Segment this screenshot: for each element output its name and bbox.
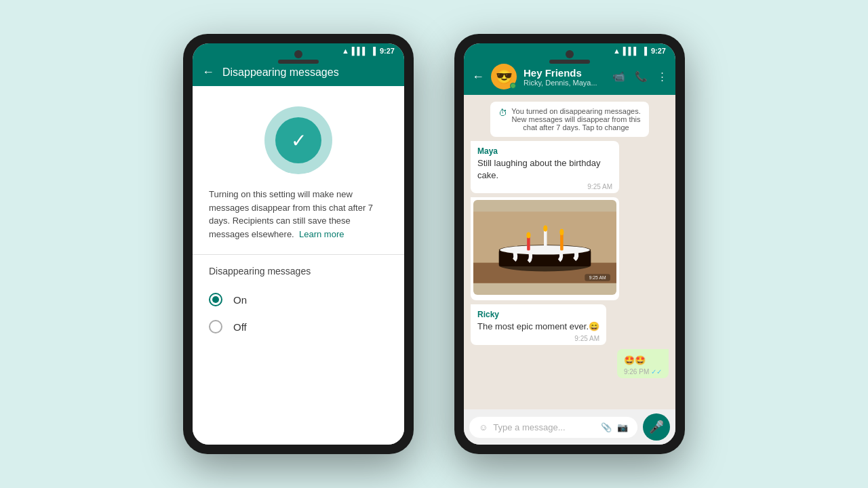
phone-2: ▲ ▌▌▌ ▐ 9:27 ← 😎 Hey Friends Ricky, Denn… [454, 34, 685, 454]
svg-rect-7 [544, 230, 547, 250]
message-maya-image: 9:25 AM [471, 197, 619, 300]
radio-on-label: On [233, 294, 247, 306]
appbar-title-1: Disappearing messages [222, 66, 395, 79]
group-members: Ricky, Dennis, Maya... [524, 79, 606, 87]
bubble-ricky: Ricky The most epic moment ever.😄 9:25 A… [471, 304, 606, 344]
group-name: Hey Friends [524, 67, 606, 79]
phone-camera-2 [566, 50, 574, 58]
online-indicator [510, 83, 516, 89]
svg-rect-8 [560, 233, 564, 251]
status-time-1: 9:27 [380, 47, 395, 55]
svg-point-9 [526, 232, 530, 239]
input-placeholder[interactable]: Type a message... [493, 422, 595, 432]
bubble-sent: 🤩🤩 9:26 PM ✓✓ [617, 349, 669, 378]
sender-maya: Maya [477, 146, 612, 156]
phone-call-icon[interactable]: 📞 [635, 70, 648, 83]
phone-2-screen: ▲ ▌▌▌ ▐ 9:27 ← 😎 Hey Friends Ricky, Denn… [464, 43, 675, 445]
read-ticks: ✓✓ [651, 368, 662, 375]
phone-1-screen: ▲ ▌▌▌ ▐ 9:27 ← Disappearing messages ✓ [193, 43, 404, 445]
ricky-time: 9:25 AM [477, 335, 599, 342]
message-ricky: Ricky The most epic moment ever.😄 9:25 A… [471, 304, 606, 344]
wifi-icon: ▲ [342, 47, 349, 55]
phone-speaker-2 [549, 60, 590, 64]
divider-1 [193, 254, 404, 255]
description-text: Turning on this setting will make new me… [209, 189, 373, 239]
video-call-icon[interactable]: 📹 [612, 70, 625, 83]
phone-1: ▲ ▌▌▌ ▐ 9:27 ← Disappearing messages ✓ [183, 34, 414, 454]
description-section: Turning on this setting will make new me… [193, 188, 404, 254]
emoji-icon[interactable]: ☺ [479, 422, 488, 432]
radio-off-label: Off [233, 321, 247, 333]
ricky-text: The most epic moment ever.😄 [477, 321, 599, 333]
attach-icon[interactable]: 📎 [601, 422, 612, 432]
avatar-emoji: 😎 [496, 68, 513, 85]
chat-header: ← 😎 Hey Friends Ricky, Dennis, Maya... 📹… [464, 58, 675, 95]
svg-rect-6 [527, 237, 530, 251]
battery-icon: ▐ [370, 47, 376, 55]
svg-point-10 [543, 226, 547, 232]
mic-button[interactable]: 🎤 [643, 413, 670, 441]
cake-svg: 9:25 AM [473, 200, 616, 295]
svg-text:9:25 AM: 9:25 AM [589, 276, 606, 281]
sent-time: 9:26 PM ✓✓ [624, 368, 662, 375]
more-options-icon[interactable]: ⋮ [657, 70, 667, 83]
signal-icon: ▌▌▌ [352, 47, 368, 55]
status-time-2: 9:27 [651, 47, 666, 55]
checkmark-icon: ✓ [275, 117, 321, 163]
sent-text: 🤩🤩 [624, 354, 662, 367]
phone-camera [294, 50, 302, 58]
icon-section: ✓ [193, 86, 404, 188]
system-message[interactable]: ⏱ You turned on disappearing messages. N… [490, 102, 649, 137]
birthday-cake-image: 9:25 AM [473, 200, 616, 295]
bubble-maya-text: Maya Still laughing about the birthday c… [471, 141, 619, 193]
disappearing-section-label: Disappearing messages [193, 266, 404, 286]
message-maya-text: Maya Still laughing about the birthday c… [471, 141, 619, 193]
radio-on-circle[interactable] [209, 293, 222, 306]
group-avatar: 😎 [491, 64, 517, 89]
sender-ricky: Ricky [477, 310, 599, 319]
learn-more-link[interactable]: Learn more [299, 229, 344, 239]
bubble-maya-image: 9:25 AM [471, 197, 619, 300]
back-button-1[interactable]: ← [202, 65, 214, 79]
battery-icon-2: ▐ [642, 47, 647, 55]
camera-icon[interactable]: 📷 [617, 422, 628, 432]
message-input[interactable]: ☺ Type a message... 📎 📷 [469, 417, 637, 438]
chat-header-info[interactable]: Hey Friends Ricky, Dennis, Maya... [524, 67, 606, 87]
mic-icon: 🎤 [649, 420, 664, 434]
message-sent: 🤩🤩 9:26 PM ✓✓ [617, 349, 669, 378]
chat-header-actions: 📹 📞 ⋮ [612, 70, 667, 83]
feature-icon-circle: ✓ [264, 106, 332, 174]
phone-speaker [278, 60, 319, 64]
chat-messages: ⏱ You turned on disappearing messages. N… [464, 95, 675, 409]
system-msg-icon: ⏱ [498, 108, 507, 118]
wifi-icon-2: ▲ [613, 47, 620, 55]
maya-text: Still laughing about the birthday cake. [477, 157, 612, 182]
system-msg-text: You turned on disappearing messages. New… [511, 107, 641, 131]
radio-on-option[interactable]: On [193, 286, 404, 313]
disappearing-messages-content: ✓ Turning on this setting will make new … [193, 86, 404, 445]
svg-point-11 [559, 229, 564, 235]
back-button-2[interactable]: ← [472, 70, 484, 84]
signal-icon-2: ▌▌▌ [623, 47, 639, 55]
radio-off-circle[interactable] [209, 320, 222, 333]
radio-off-option[interactable]: Off [193, 313, 404, 340]
signal-icons-1: ▲ ▌▌▌ ▐ [342, 47, 376, 55]
maya-text-time: 9:25 AM [477, 183, 612, 190]
signal-icons-2: ▲ ▌▌▌ ▐ [613, 47, 647, 55]
chat-input-bar: ☺ Type a message... 📎 📷 🎤 [464, 409, 675, 445]
